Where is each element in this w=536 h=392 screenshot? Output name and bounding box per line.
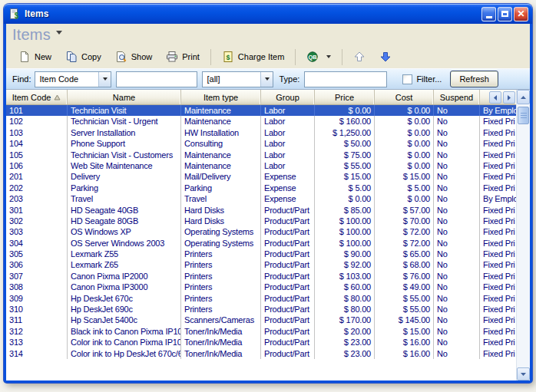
find-search-input[interactable] (116, 71, 197, 87)
cell-cost: $ 68.00 (375, 259, 434, 270)
table-row[interactable]: 309Hp DeskJet 670cPrintersProduct/Part$ … (6, 293, 516, 304)
cell-name: Parking (68, 183, 181, 193)
cell-cost: $ 55.00 (375, 293, 434, 304)
charge-item-button[interactable]: $ Charge Item (216, 48, 291, 66)
cell-cost: $ 16.00 (375, 348, 434, 359)
close-button[interactable]: ✕ (514, 7, 528, 21)
cell-item-code: 301 (6, 205, 68, 216)
scrollbar-thumb[interactable] (518, 107, 529, 124)
cell-name: Canon Pixma IP2000 (68, 271, 181, 282)
cell-price: $ 100.00 (315, 216, 375, 226)
cell-price-type: Fixed Pri (480, 138, 516, 149)
chevron-down-icon[interactable] (98, 72, 111, 87)
table-row[interactable]: 102Technician Visit - UrgentMaintenanceL… (6, 116, 516, 127)
cell-item-type: Hard Disks (181, 205, 261, 216)
cell-item-code: 101 (6, 105, 68, 116)
column-header-label: Item Code (12, 93, 51, 102)
copy-button[interactable]: Copy (59, 48, 108, 66)
dropdown-caret-icon (326, 55, 331, 58)
table-row[interactable]: 201DeliveryMail/DeliveryExpense$ 15.00$ … (6, 171, 516, 182)
cell-item-type: Printers (181, 282, 261, 292)
cell-item-type: Operating Systems (181, 226, 261, 237)
cell-name: Web Site Maintenance (68, 160, 181, 171)
column-header-name[interactable]: Name (68, 90, 181, 104)
column-scroll-right-button[interactable] (503, 91, 515, 104)
cell-item-type: Printers (181, 271, 261, 282)
cell-group: Labor (261, 105, 315, 116)
titlebar[interactable]: $ Items ✕ (4, 4, 532, 24)
table-row[interactable]: 301HD Seagate 40GBHard DisksProduct/Part… (6, 205, 516, 216)
table-row[interactable]: 302HD Seagate 80GBHard DisksProduct/Part… (6, 216, 516, 226)
column-header-group[interactable]: Group (261, 90, 315, 104)
cell-name: Lexmark Z55 (68, 249, 181, 259)
cell-group: Product/Part (261, 205, 315, 216)
cell-price-type: Fixed Pri (480, 205, 516, 216)
scroll-down-button[interactable] (517, 367, 530, 380)
cell-suspend: No (434, 105, 480, 116)
column-header-item-type[interactable]: Item type (181, 90, 261, 104)
table-row[interactable]: 305Lexmark Z55PrintersProduct/Part$ 90.0… (6, 249, 516, 259)
move-down-button[interactable] (373, 48, 398, 66)
column-header-suspend[interactable]: Suspend (434, 90, 480, 104)
table-row[interactable]: 312Black ink to Canon Pixma IP100Toner/I… (6, 326, 516, 337)
column-scroll-left-button[interactable] (489, 91, 501, 104)
find-filter-select[interactable]: [all] (202, 71, 273, 87)
table-row[interactable]: 311Hp ScanJet 5400cScanners/CamerasProdu… (6, 315, 516, 325)
left-arrow-icon (492, 94, 498, 101)
print-button[interactable]: Print (160, 48, 206, 66)
cell-suspend: No (434, 116, 480, 127)
type-input[interactable] (304, 71, 387, 87)
find-label: Find: (12, 74, 31, 84)
find-bar: Find: Item Code [all] Type: Filter... Re… (6, 68, 530, 89)
table-row[interactable]: 203TravelTravelExpense$ 0.00$ 0.00NoBy E… (6, 193, 516, 204)
cell-suspend: No (434, 193, 480, 204)
table-row[interactable]: 314Color ink to Hp DeskJet 670c/6Toner/I… (6, 348, 516, 359)
cell-name: Technician Visit (68, 105, 181, 116)
table-row[interactable]: 103Server InstallationHW InstallationLab… (6, 127, 516, 138)
minimize-button[interactable] (481, 7, 496, 21)
show-button[interactable]: Show (109, 48, 159, 66)
table-row[interactable]: 104Phone SupportConsultingLabor$ 50.00$ … (6, 138, 516, 149)
table-row[interactable]: 101Technician VisitMaintenanceLabor$ 0.0… (6, 105, 516, 116)
table-row[interactable]: 313Color ink to Canon Pixma IP100Toner/I… (6, 337, 516, 348)
cell-suspend: No (434, 127, 480, 138)
cell-group: Labor (261, 116, 315, 127)
filter-checkbox[interactable] (402, 74, 412, 84)
chevron-down-icon[interactable] (260, 72, 273, 87)
cell-suspend: No (434, 337, 480, 348)
table-row[interactable]: 307Canon Pixma IP2000PrintersProduct/Par… (6, 271, 516, 282)
table-row[interactable]: 106Web Site MaintenanceMaintenanceLabor$… (6, 160, 516, 171)
find-field-select[interactable]: Item Code (35, 71, 111, 87)
quickbooks-button[interactable]: QB (300, 48, 337, 66)
table-row[interactable]: 308Canon Pixma IP3000PrintersProduct/Par… (6, 282, 516, 292)
vertical-scrollbar[interactable] (516, 90, 530, 380)
cell-price: $ 0.00 (315, 193, 375, 204)
cell-item-code: 303 (6, 226, 68, 237)
table-row[interactable]: 306Lexmark Z65PrintersProduct/Part$ 92.0… (6, 259, 516, 270)
table-row[interactable]: 303OS Windows XPOperating SystemsProduct… (6, 226, 516, 237)
column-header-cost[interactable]: Cost (375, 90, 434, 104)
grid-header: Item CodeNameItem typeGroupPriceCostSusp… (6, 90, 516, 105)
toolbar-separator (295, 49, 296, 65)
scrollbar-track[interactable] (517, 104, 530, 367)
move-up-button[interactable] (347, 48, 372, 66)
cell-item-type: Scanners/Cameras (181, 315, 261, 325)
maximize-button[interactable] (498, 7, 512, 21)
refresh-button[interactable]: Refresh (450, 71, 498, 87)
table-row[interactable]: 310Hp DeskJet 690cPrintersProduct/Part$ … (6, 304, 516, 315)
cell-item-code: 202 (6, 183, 68, 193)
table-row[interactable]: 105Technician Visit - CustomersMaintenan… (6, 150, 516, 160)
cell-group: Product/Part (261, 293, 315, 304)
items-grid: Item CodeNameItem typeGroupPriceCostSusp… (6, 89, 530, 380)
cell-price: $ 92.00 (315, 259, 375, 270)
column-header-item-code[interactable]: Item Code (6, 90, 68, 104)
cell-item-type: Hard Disks (181, 216, 261, 226)
table-row[interactable]: 304OS Server Windows 2003Operating Syste… (6, 238, 516, 249)
scroll-up-button[interactable] (517, 90, 530, 104)
table-row[interactable]: 202ParkingParkingExpense$ 5.00$ 5.00NoFi… (6, 183, 516, 193)
column-header-price[interactable]: Price (315, 90, 375, 104)
cell-price-type: Fixed Pri (480, 259, 516, 270)
page-title-menu-caret-icon[interactable] (56, 31, 62, 35)
new-button[interactable]: New (12, 48, 58, 66)
cell-suspend: No (434, 150, 480, 160)
